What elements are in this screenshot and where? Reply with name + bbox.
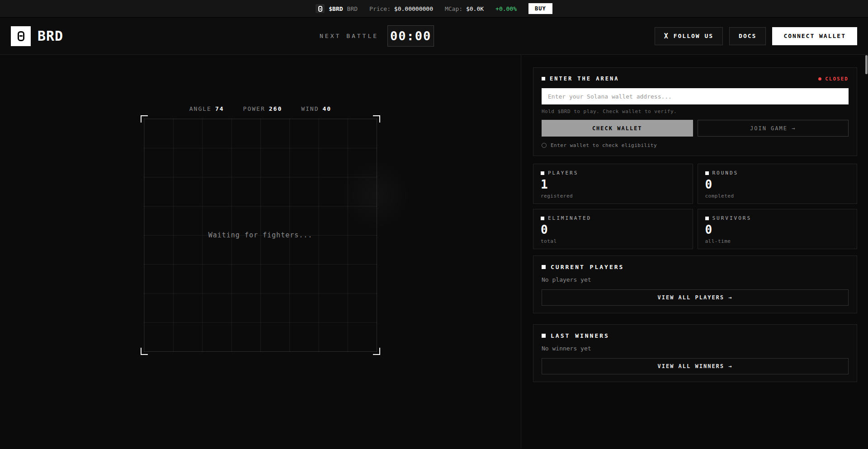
eligibility-status: Enter wallet to check eligibility xyxy=(542,142,849,148)
battle-hud: ANGLE74 POWER260 WIND40 xyxy=(189,105,331,112)
token-price: Price: $0.00000000 xyxy=(369,5,433,12)
hud-wind: WIND40 xyxy=(301,105,331,112)
red-dot-icon xyxy=(818,77,821,80)
current-players-section: CURRENT PLAYERS No players yet VIEW ALL … xyxy=(533,255,857,313)
brand-logo-icon xyxy=(11,26,31,46)
brand[interactable]: BRD xyxy=(11,26,63,46)
connect-wallet-button[interactable]: CONNECT WALLET xyxy=(772,27,857,45)
view-all-players-button[interactable]: VIEW ALL PLAYERS → xyxy=(542,289,849,306)
square-bullet-icon xyxy=(705,217,709,220)
check-wallet-button[interactable]: CHECK WALLET xyxy=(542,120,693,137)
header: BRD NEXT BATTLE 00:00 X FOLLOW US DOCS C… xyxy=(0,18,868,55)
last-winners-title: LAST WINNERS xyxy=(542,332,849,339)
token-logo-icon xyxy=(316,4,325,13)
battle-grid: Waiting for fighters... xyxy=(144,118,377,352)
players-stat-card: PLAYERS 1 registered xyxy=(533,164,693,204)
square-bullet-icon xyxy=(541,171,544,175)
token-info: $BRD BRD xyxy=(316,4,358,13)
eligibility-circle-icon xyxy=(542,143,547,148)
side-panel: ENTER THE ARENA CLOSED Hold $BRD to play… xyxy=(521,55,868,449)
brand-name: BRD xyxy=(38,28,63,44)
join-game-button[interactable]: JOIN GAME → xyxy=(698,120,849,137)
header-actions: X FOLLOW US DOCS CONNECT WALLET xyxy=(655,27,857,45)
token-symbol: $BRD xyxy=(329,5,343,12)
current-players-title: CURRENT PLAYERS xyxy=(542,264,849,270)
arena-wrapper: ANGLE74 POWER260 WIND40 Waiting for figh… xyxy=(0,55,521,352)
next-battle-timer: NEXT BATTLE 00:00 xyxy=(320,18,434,54)
no-winners-message: No winners yet xyxy=(542,345,849,352)
docs-button[interactable]: DOCS xyxy=(729,27,766,45)
last-winners-section: LAST WINNERS No winners yet VIEW ALL WIN… xyxy=(533,324,857,382)
grid-corner-bracket xyxy=(141,115,148,123)
grid-corner-bracket xyxy=(373,115,380,123)
token-mcap: MCap: $0.0K xyxy=(445,5,484,12)
follow-us-button[interactable]: X FOLLOW US xyxy=(655,27,723,45)
enter-arena-section: ENTER THE ARENA CLOSED Hold $BRD to play… xyxy=(533,67,857,156)
hold-token-helper: Hold $BRD to play. Check wallet to verif… xyxy=(542,109,849,114)
view-all-winners-button[interactable]: VIEW ALL WINNERS → xyxy=(542,358,849,374)
square-bullet-icon xyxy=(542,77,545,80)
token-name: BRD xyxy=(347,5,358,12)
enter-arena-title: ENTER THE ARENA xyxy=(542,76,619,82)
scrollbar-thumb[interactable] xyxy=(865,55,868,74)
grid-corner-bracket xyxy=(373,348,380,355)
token-change: +0.00% xyxy=(495,5,517,12)
hud-power: POWER260 xyxy=(243,105,283,112)
eliminated-stat-card: ELIMINATED 0 total xyxy=(533,209,693,249)
token-ticker-bar: $BRD BRD Price: $0.00000000 MCap: $0.0K … xyxy=(0,0,868,18)
countdown-timer: 00:00 xyxy=(387,25,434,47)
waiting-message: Waiting for fighters... xyxy=(208,231,313,239)
square-bullet-icon xyxy=(542,265,546,269)
no-players-message: No players yet xyxy=(542,276,849,283)
closed-status-badge: CLOSED xyxy=(818,76,849,82)
wallet-address-input[interactable] xyxy=(542,88,849,104)
survivors-stat-card: SURVIVORS 0 all-time xyxy=(698,209,858,249)
hud-angle: ANGLE74 xyxy=(189,105,224,112)
grid-corner-bracket xyxy=(141,348,148,355)
square-bullet-icon xyxy=(541,217,544,220)
battle-arena-area: ANGLE74 POWER260 WIND40 Waiting for figh… xyxy=(0,55,521,449)
square-bullet-icon xyxy=(705,171,709,175)
follow-us-label: FOLLOW US xyxy=(674,33,713,39)
content: ANGLE74 POWER260 WIND40 Waiting for figh… xyxy=(0,55,868,449)
x-twitter-icon: X xyxy=(664,32,669,40)
next-battle-label: NEXT BATTLE xyxy=(320,33,378,39)
buy-button[interactable]: BUY xyxy=(528,3,552,14)
square-bullet-icon xyxy=(542,334,546,338)
rounds-stat-card: ROUNDS 0 completed xyxy=(698,164,858,204)
